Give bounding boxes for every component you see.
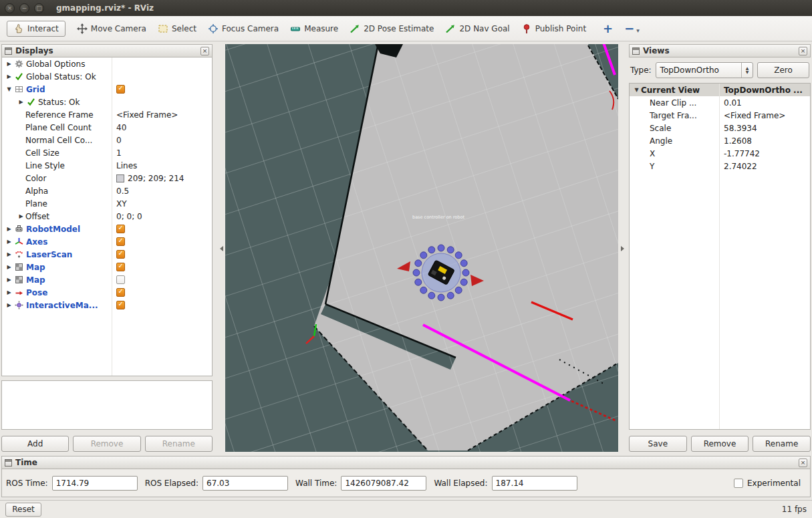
marker-ring-sphere[interactable] (420, 252, 427, 259)
display-tree-row[interactable]: ▶Status: Ok (2, 96, 212, 108)
tool-measure[interactable]: Measure (290, 23, 338, 34)
views-tree-row[interactable]: Angle1.2608 (630, 134, 810, 147)
display-tree-row[interactable]: Alpha0.5 (2, 184, 212, 197)
views-close-button[interactable]: × (799, 47, 807, 55)
display-enabled-checkbox[interactable] (116, 250, 125, 259)
property-value[interactable]: Lines (116, 161, 137, 170)
3d-viewport[interactable]: base controller on robot (225, 44, 618, 452)
column-divider[interactable] (719, 84, 720, 429)
views-panel-header[interactable]: Views × (629, 44, 811, 57)
display-tree-row[interactable]: ▶Offset0; 0; 0 (2, 210, 212, 223)
display-tree-row[interactable]: Normal Cell Co...0 (2, 134, 212, 146)
display-tree-row[interactable]: ▶Map (2, 273, 212, 286)
rename-display-button[interactable]: Rename (145, 436, 213, 452)
marker-ring-sphere[interactable] (415, 279, 422, 285)
marker-ring-sphere[interactable] (428, 247, 435, 253)
property-value[interactable]: 40 (116, 123, 126, 132)
spinner-arrows-icon[interactable]: ▲▼ (741, 63, 753, 78)
expand-arrow[interactable]: ▶ (5, 239, 13, 245)
view-property-value[interactable]: <Fixed Frame> (724, 111, 785, 120)
expand-arrow[interactable]: ▼ (632, 87, 641, 93)
property-value[interactable]: 1 (116, 148, 122, 158)
expand-arrow[interactable]: ▶ (17, 213, 25, 219)
marker-ring-sphere[interactable] (415, 260, 422, 267)
display-tree-row[interactable]: Cell Size1 (2, 146, 212, 159)
zero-button[interactable]: Zero (757, 62, 809, 78)
view-property-value[interactable]: 1.2608 (724, 136, 752, 146)
property-value[interactable]: 0 (116, 136, 122, 145)
display-tree-row[interactable]: ▶Global Options (2, 57, 212, 70)
view-property-value[interactable]: -1.77742 (724, 149, 760, 158)
color-swatch[interactable] (116, 174, 124, 182)
ros-time-input[interactable]: 1714.79 (52, 476, 138, 491)
splitter-collapse-right[interactable] (621, 246, 627, 251)
expand-arrow[interactable]: ▶ (5, 226, 13, 232)
view-property-value[interactable]: 2.74022 (724, 162, 757, 171)
tool-2d-pose-estimate[interactable]: 2D Pose Estimate (350, 23, 434, 34)
display-tree-row[interactable]: ▶InteractiveMa... (2, 299, 212, 311)
marker-ring-sphere[interactable] (460, 260, 467, 267)
marker-ring-sphere[interactable] (413, 269, 420, 276)
experimental-checkbox[interactable] (734, 479, 743, 488)
expand-arrow[interactable]: ▼ (5, 86, 13, 92)
remove-tool-button[interactable]: − ▼ (624, 21, 640, 35)
display-tree-row[interactable]: Line StyleLines (2, 159, 212, 172)
view-property-value[interactable]: 0.01 (724, 98, 742, 108)
expand-arrow[interactable]: ▶ (5, 251, 13, 257)
display-enabled-checkbox[interactable] (116, 275, 125, 284)
display-tree-row[interactable]: ▶LaserScan (2, 248, 212, 261)
expand-arrow[interactable]: ▶ (5, 61, 13, 67)
marker-ring-sphere[interactable] (462, 269, 469, 276)
tool-interact[interactable]: Interact (7, 21, 65, 37)
save-view-button[interactable]: Save (629, 436, 687, 452)
display-enabled-checkbox[interactable] (116, 237, 125, 246)
column-divider[interactable] (112, 57, 112, 376)
expand-arrow[interactable]: ▶ (17, 99, 25, 105)
expand-arrow[interactable]: ▶ (5, 264, 13, 270)
wall-elapsed-input[interactable]: 187.14 (492, 476, 577, 491)
remove-view-button[interactable]: Remove (691, 436, 749, 452)
display-enabled-checkbox[interactable] (116, 225, 125, 233)
views-tree-row[interactable]: Y2.74022 (630, 160, 810, 172)
expand-arrow[interactable]: ▶ (5, 277, 13, 283)
time-close-button[interactable]: × (799, 459, 807, 467)
expand-arrow[interactable]: ▶ (5, 302, 13, 308)
reset-button[interactable]: Reset (5, 503, 41, 517)
wall-time-input[interactable]: 1426079087.42 (341, 476, 426, 491)
display-tree-row[interactable]: ▶Pose (2, 286, 212, 299)
display-tree-row[interactable]: Plane Cell Count40 (2, 121, 212, 134)
view-type-combobox[interactable]: TopDownOrtho ▲▼ (656, 62, 753, 78)
ros-elapsed-input[interactable]: 67.03 (202, 476, 288, 491)
tool-select[interactable]: Select (158, 23, 196, 34)
display-enabled-checkbox[interactable] (116, 301, 125, 309)
window-maximize-button[interactable]: □ (34, 3, 44, 13)
marker-ring-sphere[interactable] (438, 245, 444, 251)
display-tree-row[interactable]: ▶Global Status: Ok (2, 70, 212, 83)
add-display-button[interactable]: Add (1, 436, 69, 452)
property-value[interactable]: XY (116, 199, 127, 209)
display-enabled-checkbox[interactable] (116, 85, 125, 94)
remove-display-button[interactable]: Remove (73, 436, 140, 452)
window-close-button[interactable]: × (5, 3, 15, 13)
marker-ring-sphere[interactable] (438, 294, 444, 301)
marker-ring-sphere[interactable] (447, 247, 454, 253)
property-value[interactable]: 0; 0; 0 (116, 212, 142, 221)
tool-focus-camera[interactable]: Focus Camera (208, 23, 279, 34)
display-tree-row[interactable]: ▼Grid (2, 83, 212, 96)
marker-ring-sphere[interactable] (420, 287, 427, 293)
displays-panel-header[interactable]: Displays × (1, 44, 213, 57)
property-value[interactable]: <Fixed Frame> (116, 110, 178, 120)
rename-view-button[interactable]: Rename (753, 436, 811, 452)
views-tree-row[interactable]: X-1.77742 (630, 147, 810, 160)
marker-ring-sphere[interactable] (428, 292, 435, 299)
view-property-value[interactable]: 58.3934 (724, 124, 757, 133)
marker-ring-sphere[interactable] (455, 252, 462, 259)
views-tree-row[interactable]: Scale58.3934 (630, 122, 810, 134)
display-tree-row[interactable]: PlaneXY (2, 197, 212, 210)
time-panel-header[interactable]: Time × (1, 456, 811, 469)
property-value[interactable]: 0.5 (116, 186, 129, 196)
display-enabled-checkbox[interactable] (116, 263, 125, 271)
display-tree-row[interactable]: Reference Frame<Fixed Frame> (2, 108, 212, 121)
display-tree-row[interactable]: ▶Axes (2, 235, 212, 248)
splitter-collapse-left[interactable] (217, 246, 223, 251)
